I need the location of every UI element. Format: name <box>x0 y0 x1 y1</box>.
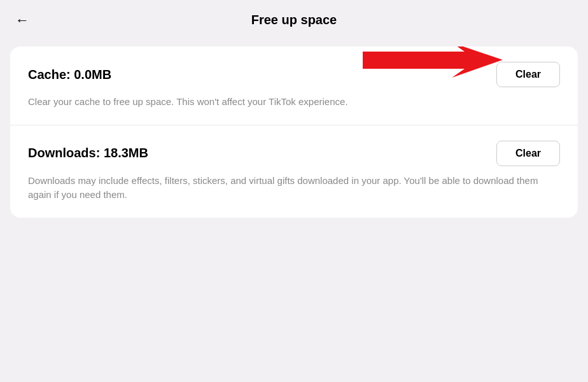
downloads-section: Downloads: 18.3MB Clear Downloads may in… <box>10 125 578 218</box>
cache-title: Cache: 0.0MB <box>28 67 111 82</box>
cache-section-row: Cache: 0.0MB Clear <box>28 62 560 87</box>
back-icon: ← <box>15 12 29 29</box>
cache-clear-button[interactable]: Clear <box>496 62 560 87</box>
downloads-clear-button[interactable]: Clear <box>496 141 560 166</box>
downloads-section-row: Downloads: 18.3MB Clear <box>28 141 560 166</box>
page-title: Free up space <box>251 13 337 27</box>
page-header: ← Free up space <box>0 0 588 40</box>
cache-description: Clear your cache to free up space. This … <box>28 95 560 110</box>
cache-button-container: Clear <box>496 62 560 87</box>
downloads-title: Downloads: 18.3MB <box>28 146 148 160</box>
downloads-description: Downloads may include effects, filters, … <box>28 174 560 202</box>
back-button[interactable]: ← <box>15 12 29 29</box>
content-card: Cache: 0.0MB Clear Clear your cache to f… <box>10 46 578 218</box>
annotation-arrow <box>363 46 503 78</box>
cache-section: Cache: 0.0MB Clear Clear your cache to f… <box>10 46 578 125</box>
svg-marker-1 <box>363 46 503 78</box>
